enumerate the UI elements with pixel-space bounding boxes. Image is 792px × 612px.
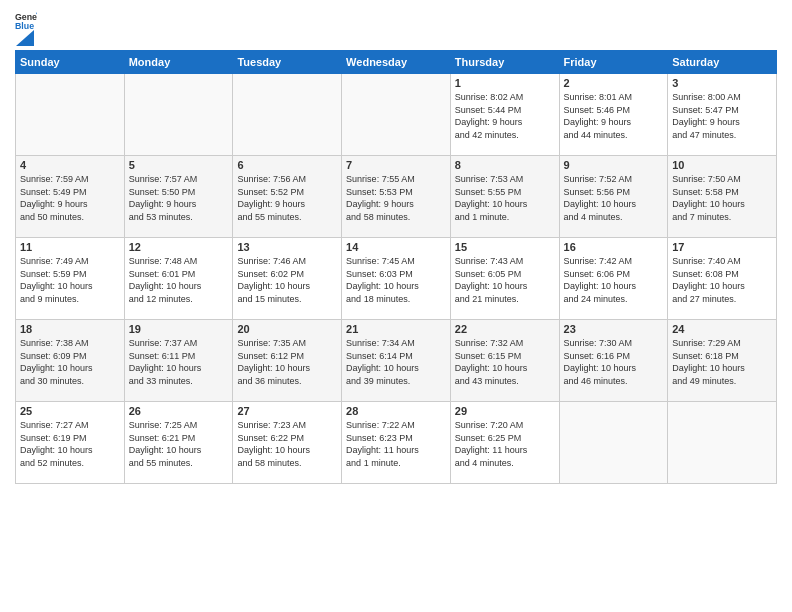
calendar-cell: 2Sunrise: 8:01 AM Sunset: 5:46 PM Daylig… — [559, 74, 668, 156]
day-header-friday: Friday — [559, 51, 668, 74]
calendar-cell: 29Sunrise: 7:20 AM Sunset: 6:25 PM Dayli… — [450, 402, 559, 484]
cell-content: Sunrise: 7:55 AM Sunset: 5:53 PM Dayligh… — [346, 173, 446, 223]
calendar-cell: 25Sunrise: 7:27 AM Sunset: 6:19 PM Dayli… — [16, 402, 125, 484]
week-row-2: 4Sunrise: 7:59 AM Sunset: 5:49 PM Daylig… — [16, 156, 777, 238]
calendar-cell: 6Sunrise: 7:56 AM Sunset: 5:52 PM Daylig… — [233, 156, 342, 238]
calendar-cell: 22Sunrise: 7:32 AM Sunset: 6:15 PM Dayli… — [450, 320, 559, 402]
day-number: 1 — [455, 77, 555, 89]
day-number: 6 — [237, 159, 337, 171]
cell-content: Sunrise: 8:00 AM Sunset: 5:47 PM Dayligh… — [672, 91, 772, 141]
week-row-5: 25Sunrise: 7:27 AM Sunset: 6:19 PM Dayli… — [16, 402, 777, 484]
cell-content: Sunrise: 7:37 AM Sunset: 6:11 PM Dayligh… — [129, 337, 229, 387]
day-number: 5 — [129, 159, 229, 171]
logo: General Blue — [15, 10, 37, 42]
calendar-cell: 7Sunrise: 7:55 AM Sunset: 5:53 PM Daylig… — [342, 156, 451, 238]
header-row: SundayMondayTuesdayWednesdayThursdayFrid… — [16, 51, 777, 74]
day-number: 2 — [564, 77, 664, 89]
cell-content: Sunrise: 7:29 AM Sunset: 6:18 PM Dayligh… — [672, 337, 772, 387]
day-number: 13 — [237, 241, 337, 253]
calendar-cell: 1Sunrise: 8:02 AM Sunset: 5:44 PM Daylig… — [450, 74, 559, 156]
day-number: 29 — [455, 405, 555, 417]
calendar-cell: 21Sunrise: 7:34 AM Sunset: 6:14 PM Dayli… — [342, 320, 451, 402]
calendar-cell: 28Sunrise: 7:22 AM Sunset: 6:23 PM Dayli… — [342, 402, 451, 484]
logo-icon: General Blue — [15, 10, 37, 32]
cell-content: Sunrise: 7:43 AM Sunset: 6:05 PM Dayligh… — [455, 255, 555, 305]
cell-content: Sunrise: 7:52 AM Sunset: 5:56 PM Dayligh… — [564, 173, 664, 223]
day-number: 14 — [346, 241, 446, 253]
day-number: 25 — [20, 405, 120, 417]
cell-content: Sunrise: 7:25 AM Sunset: 6:21 PM Dayligh… — [129, 419, 229, 469]
calendar-cell: 5Sunrise: 7:57 AM Sunset: 5:50 PM Daylig… — [124, 156, 233, 238]
calendar-cell: 4Sunrise: 7:59 AM Sunset: 5:49 PM Daylig… — [16, 156, 125, 238]
calendar-cell: 17Sunrise: 7:40 AM Sunset: 6:08 PM Dayli… — [668, 238, 777, 320]
calendar-cell — [233, 74, 342, 156]
cell-content: Sunrise: 7:46 AM Sunset: 6:02 PM Dayligh… — [237, 255, 337, 305]
calendar-cell: 20Sunrise: 7:35 AM Sunset: 6:12 PM Dayli… — [233, 320, 342, 402]
cell-content: Sunrise: 7:53 AM Sunset: 5:55 PM Dayligh… — [455, 173, 555, 223]
calendar-cell: 14Sunrise: 7:45 AM Sunset: 6:03 PM Dayli… — [342, 238, 451, 320]
calendar-cell: 26Sunrise: 7:25 AM Sunset: 6:21 PM Dayli… — [124, 402, 233, 484]
calendar-cell — [16, 74, 125, 156]
cell-content: Sunrise: 7:38 AM Sunset: 6:09 PM Dayligh… — [20, 337, 120, 387]
day-number: 27 — [237, 405, 337, 417]
calendar-cell: 9Sunrise: 7:52 AM Sunset: 5:56 PM Daylig… — [559, 156, 668, 238]
cell-content: Sunrise: 7:34 AM Sunset: 6:14 PM Dayligh… — [346, 337, 446, 387]
calendar-cell: 10Sunrise: 7:50 AM Sunset: 5:58 PM Dayli… — [668, 156, 777, 238]
day-number: 12 — [129, 241, 229, 253]
calendar-cell — [124, 74, 233, 156]
cell-content: Sunrise: 7:48 AM Sunset: 6:01 PM Dayligh… — [129, 255, 229, 305]
day-header-monday: Monday — [124, 51, 233, 74]
calendar-cell: 11Sunrise: 7:49 AM Sunset: 5:59 PM Dayli… — [16, 238, 125, 320]
calendar-cell — [342, 74, 451, 156]
day-number: 17 — [672, 241, 772, 253]
calendar-cell — [668, 402, 777, 484]
day-header-saturday: Saturday — [668, 51, 777, 74]
day-number: 18 — [20, 323, 120, 335]
cell-content: Sunrise: 7:57 AM Sunset: 5:50 PM Dayligh… — [129, 173, 229, 223]
cell-content: Sunrise: 7:56 AM Sunset: 5:52 PM Dayligh… — [237, 173, 337, 223]
cell-content: Sunrise: 7:35 AM Sunset: 6:12 PM Dayligh… — [237, 337, 337, 387]
day-number: 7 — [346, 159, 446, 171]
calendar-cell: 24Sunrise: 7:29 AM Sunset: 6:18 PM Dayli… — [668, 320, 777, 402]
cell-content: Sunrise: 7:40 AM Sunset: 6:08 PM Dayligh… — [672, 255, 772, 305]
day-header-sunday: Sunday — [16, 51, 125, 74]
day-number: 16 — [564, 241, 664, 253]
calendar-cell: 27Sunrise: 7:23 AM Sunset: 6:22 PM Dayli… — [233, 402, 342, 484]
calendar-cell: 15Sunrise: 7:43 AM Sunset: 6:05 PM Dayli… — [450, 238, 559, 320]
cell-content: Sunrise: 8:02 AM Sunset: 5:44 PM Dayligh… — [455, 91, 555, 141]
day-number: 10 — [672, 159, 772, 171]
day-number: 15 — [455, 241, 555, 253]
day-header-thursday: Thursday — [450, 51, 559, 74]
cell-content: Sunrise: 7:20 AM Sunset: 6:25 PM Dayligh… — [455, 419, 555, 469]
page: General Blue SundayMondayTuesdayWedn — [0, 0, 792, 494]
cell-content: Sunrise: 7:30 AM Sunset: 6:16 PM Dayligh… — [564, 337, 664, 387]
cell-content: Sunrise: 8:01 AM Sunset: 5:46 PM Dayligh… — [564, 91, 664, 141]
calendar-cell: 23Sunrise: 7:30 AM Sunset: 6:16 PM Dayli… — [559, 320, 668, 402]
day-number: 26 — [129, 405, 229, 417]
cell-content: Sunrise: 7:49 AM Sunset: 5:59 PM Dayligh… — [20, 255, 120, 305]
calendar-cell: 8Sunrise: 7:53 AM Sunset: 5:55 PM Daylig… — [450, 156, 559, 238]
cell-content: Sunrise: 7:32 AM Sunset: 6:15 PM Dayligh… — [455, 337, 555, 387]
calendar-table: SundayMondayTuesdayWednesdayThursdayFrid… — [15, 50, 777, 484]
cell-content: Sunrise: 7:27 AM Sunset: 6:19 PM Dayligh… — [20, 419, 120, 469]
day-number: 22 — [455, 323, 555, 335]
week-row-4: 18Sunrise: 7:38 AM Sunset: 6:09 PM Dayli… — [16, 320, 777, 402]
cell-content: Sunrise: 7:42 AM Sunset: 6:06 PM Dayligh… — [564, 255, 664, 305]
day-number: 23 — [564, 323, 664, 335]
calendar-cell: 19Sunrise: 7:37 AM Sunset: 6:11 PM Dayli… — [124, 320, 233, 402]
cell-content: Sunrise: 7:22 AM Sunset: 6:23 PM Dayligh… — [346, 419, 446, 469]
day-number: 21 — [346, 323, 446, 335]
day-number: 24 — [672, 323, 772, 335]
week-row-1: 1Sunrise: 8:02 AM Sunset: 5:44 PM Daylig… — [16, 74, 777, 156]
cell-content: Sunrise: 7:59 AM Sunset: 5:49 PM Dayligh… — [20, 173, 120, 223]
calendar-cell: 18Sunrise: 7:38 AM Sunset: 6:09 PM Dayli… — [16, 320, 125, 402]
calendar-cell: 12Sunrise: 7:48 AM Sunset: 6:01 PM Dayli… — [124, 238, 233, 320]
day-number: 28 — [346, 405, 446, 417]
header: General Blue — [15, 10, 777, 42]
day-number: 8 — [455, 159, 555, 171]
svg-marker-3 — [16, 30, 34, 46]
day-number: 11 — [20, 241, 120, 253]
day-number: 4 — [20, 159, 120, 171]
cell-content: Sunrise: 7:50 AM Sunset: 5:58 PM Dayligh… — [672, 173, 772, 223]
day-header-tuesday: Tuesday — [233, 51, 342, 74]
